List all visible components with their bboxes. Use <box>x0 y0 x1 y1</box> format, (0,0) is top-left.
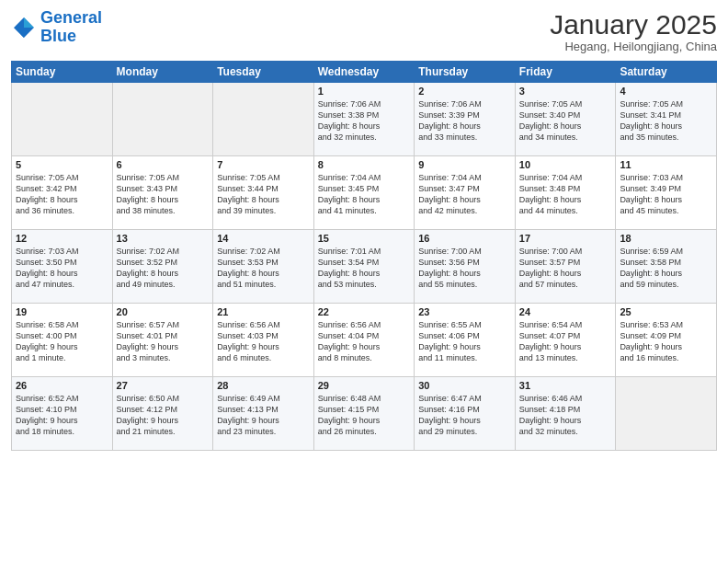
calendar-cell: 1Sunrise: 7:06 AM Sunset: 3:38 PM Daylig… <box>313 83 415 156</box>
day-number: 7 <box>217 159 310 170</box>
day-number: 25 <box>620 306 712 317</box>
calendar-cell: 11Sunrise: 7:03 AM Sunset: 3:49 PM Dayli… <box>616 156 717 230</box>
cell-content: Sunrise: 6:58 AM Sunset: 4:00 PM Dayligh… <box>16 319 108 364</box>
day-number: 22 <box>318 306 411 317</box>
calendar-header-row: SundayMondayTuesdayWednesdayThursdayFrid… <box>12 62 717 83</box>
day-header-sunday: Sunday <box>12 62 113 83</box>
calendar-cell: 12Sunrise: 7:03 AM Sunset: 3:50 PM Dayli… <box>12 230 113 304</box>
cell-content: Sunrise: 7:06 AM Sunset: 3:38 PM Dayligh… <box>318 98 411 144</box>
calendar-cell: 21Sunrise: 6:56 AM Sunset: 4:03 PM Dayli… <box>213 304 314 377</box>
calendar-cell: 7Sunrise: 7:05 AM Sunset: 3:44 PM Daylig… <box>213 156 314 230</box>
day-number: 21 <box>217 306 310 317</box>
calendar-cell: 24Sunrise: 6:54 AM Sunset: 4:07 PM Dayli… <box>515 304 616 377</box>
day-number: 5 <box>16 159 108 170</box>
cell-content: Sunrise: 7:03 AM Sunset: 3:49 PM Dayligh… <box>620 172 712 217</box>
day-header-friday: Friday <box>515 62 616 83</box>
cell-content: Sunrise: 7:02 AM Sunset: 3:52 PM Dayligh… <box>117 246 210 291</box>
calendar-week-row: 1Sunrise: 7:06 AM Sunset: 3:38 PM Daylig… <box>12 83 717 156</box>
calendar-cell <box>112 83 213 156</box>
cell-content: Sunrise: 7:04 AM Sunset: 3:45 PM Dayligh… <box>318 172 411 217</box>
calendar-cell: 9Sunrise: 7:04 AM Sunset: 3:47 PM Daylig… <box>415 156 516 230</box>
calendar-cell: 26Sunrise: 6:52 AM Sunset: 4:10 PM Dayli… <box>12 377 113 451</box>
cell-content: Sunrise: 6:47 AM Sunset: 4:16 PM Dayligh… <box>418 393 511 438</box>
day-number: 23 <box>418 306 511 317</box>
calendar-cell: 14Sunrise: 7:02 AM Sunset: 3:53 PM Dayli… <box>213 230 314 304</box>
cell-content: Sunrise: 6:46 AM Sunset: 4:18 PM Dayligh… <box>519 393 612 438</box>
calendar-cell: 22Sunrise: 6:56 AM Sunset: 4:04 PM Dayli… <box>313 304 415 377</box>
day-number: 29 <box>318 380 411 391</box>
logo-text: General Blue <box>40 9 102 46</box>
svg-marker-1 <box>24 17 34 28</box>
calendar-week-row: 26Sunrise: 6:52 AM Sunset: 4:10 PM Dayli… <box>12 377 717 451</box>
calendar-cell: 13Sunrise: 7:02 AM Sunset: 3:52 PM Dayli… <box>112 230 213 304</box>
day-number: 12 <box>16 233 108 244</box>
location: Hegang, Heilongjiang, China <box>550 40 717 53</box>
cell-content: Sunrise: 7:00 AM Sunset: 3:57 PM Dayligh… <box>519 246 612 291</box>
day-header-tuesday: Tuesday <box>213 62 314 83</box>
calendar-cell: 19Sunrise: 6:58 AM Sunset: 4:00 PM Dayli… <box>12 304 113 377</box>
cell-content: Sunrise: 7:04 AM Sunset: 3:48 PM Dayligh… <box>519 172 612 217</box>
day-number: 9 <box>418 159 511 170</box>
cell-content: Sunrise: 7:05 AM Sunset: 3:40 PM Dayligh… <box>519 98 612 144</box>
calendar-cell: 25Sunrise: 6:53 AM Sunset: 4:09 PM Dayli… <box>616 304 717 377</box>
cell-content: Sunrise: 7:00 AM Sunset: 3:56 PM Dayligh… <box>418 246 511 291</box>
day-number: 20 <box>117 306 210 317</box>
calendar-cell: 17Sunrise: 7:00 AM Sunset: 3:57 PM Dayli… <box>515 230 616 304</box>
cell-content: Sunrise: 6:50 AM Sunset: 4:12 PM Dayligh… <box>117 393 210 438</box>
day-number: 31 <box>519 380 612 391</box>
calendar-cell: 8Sunrise: 7:04 AM Sunset: 3:45 PM Daylig… <box>313 156 415 230</box>
calendar-cell: 15Sunrise: 7:01 AM Sunset: 3:54 PM Dayli… <box>313 230 415 304</box>
cell-content: Sunrise: 7:01 AM Sunset: 3:54 PM Dayligh… <box>318 246 411 291</box>
day-number: 17 <box>519 233 612 244</box>
day-header-monday: Monday <box>112 62 213 83</box>
day-number: 18 <box>620 233 712 244</box>
cell-content: Sunrise: 7:04 AM Sunset: 3:47 PM Dayligh… <box>418 172 511 217</box>
calendar-cell: 2Sunrise: 7:06 AM Sunset: 3:39 PM Daylig… <box>415 83 516 156</box>
calendar-cell: 4Sunrise: 7:05 AM Sunset: 3:41 PM Daylig… <box>616 83 717 156</box>
day-number: 2 <box>418 86 511 97</box>
calendar-cell <box>616 377 717 451</box>
cell-content: Sunrise: 7:06 AM Sunset: 3:39 PM Dayligh… <box>418 98 511 144</box>
calendar-cell <box>213 83 314 156</box>
calendar-table: SundayMondayTuesdayWednesdayThursdayFrid… <box>11 61 717 451</box>
calendar-week-row: 19Sunrise: 6:58 AM Sunset: 4:00 PM Dayli… <box>12 304 717 377</box>
day-number: 30 <box>418 380 511 391</box>
logo-icon <box>11 15 37 40</box>
cell-content: Sunrise: 6:57 AM Sunset: 4:01 PM Dayligh… <box>117 319 210 364</box>
cell-content: Sunrise: 6:48 AM Sunset: 4:15 PM Dayligh… <box>318 393 411 438</box>
day-number: 3 <box>519 86 612 97</box>
month-title: January 2025 <box>550 9 717 40</box>
calendar-cell: 20Sunrise: 6:57 AM Sunset: 4:01 PM Dayli… <box>112 304 213 377</box>
day-number: 1 <box>318 86 411 97</box>
cell-content: Sunrise: 7:05 AM Sunset: 3:42 PM Dayligh… <box>16 172 108 217</box>
calendar-cell: 18Sunrise: 6:59 AM Sunset: 3:58 PM Dayli… <box>616 230 717 304</box>
day-header-wednesday: Wednesday <box>313 62 415 83</box>
logo-blue: Blue <box>40 28 102 46</box>
calendar-cell: 29Sunrise: 6:48 AM Sunset: 4:15 PM Dayli… <box>313 377 415 451</box>
day-number: 15 <box>318 233 411 244</box>
calendar-cell: 3Sunrise: 7:05 AM Sunset: 3:40 PM Daylig… <box>515 83 616 156</box>
day-number: 26 <box>16 380 108 391</box>
calendar-cell: 10Sunrise: 7:04 AM Sunset: 3:48 PM Dayli… <box>515 156 616 230</box>
logo-general: General <box>40 8 102 27</box>
calendar-cell: 6Sunrise: 7:05 AM Sunset: 3:43 PM Daylig… <box>112 156 213 230</box>
cell-content: Sunrise: 6:49 AM Sunset: 4:13 PM Dayligh… <box>217 393 310 438</box>
day-number: 14 <box>217 233 310 244</box>
cell-content: Sunrise: 7:05 AM Sunset: 3:43 PM Dayligh… <box>117 172 210 217</box>
day-number: 13 <box>117 233 210 244</box>
page-container: General Blue January 2025 Hegang, Heilon… <box>0 0 728 458</box>
calendar-cell: 30Sunrise: 6:47 AM Sunset: 4:16 PM Dayli… <box>415 377 516 451</box>
cell-content: Sunrise: 7:05 AM Sunset: 3:44 PM Dayligh… <box>217 172 310 217</box>
cell-content: Sunrise: 6:56 AM Sunset: 4:03 PM Dayligh… <box>217 319 310 364</box>
cell-content: Sunrise: 7:03 AM Sunset: 3:50 PM Dayligh… <box>16 246 108 291</box>
day-number: 10 <box>519 159 612 170</box>
day-header-thursday: Thursday <box>415 62 516 83</box>
calendar-cell: 28Sunrise: 6:49 AM Sunset: 4:13 PM Dayli… <box>213 377 314 451</box>
day-number: 8 <box>318 159 411 170</box>
svg-marker-2 <box>14 28 24 38</box>
calendar-cell: 31Sunrise: 6:46 AM Sunset: 4:18 PM Dayli… <box>515 377 616 451</box>
day-number: 16 <box>418 233 511 244</box>
title-block: January 2025 Hegang, Heilongjiang, China <box>550 9 717 53</box>
cell-content: Sunrise: 6:56 AM Sunset: 4:04 PM Dayligh… <box>318 319 411 364</box>
calendar-cell: 23Sunrise: 6:55 AM Sunset: 4:06 PM Dayli… <box>415 304 516 377</box>
